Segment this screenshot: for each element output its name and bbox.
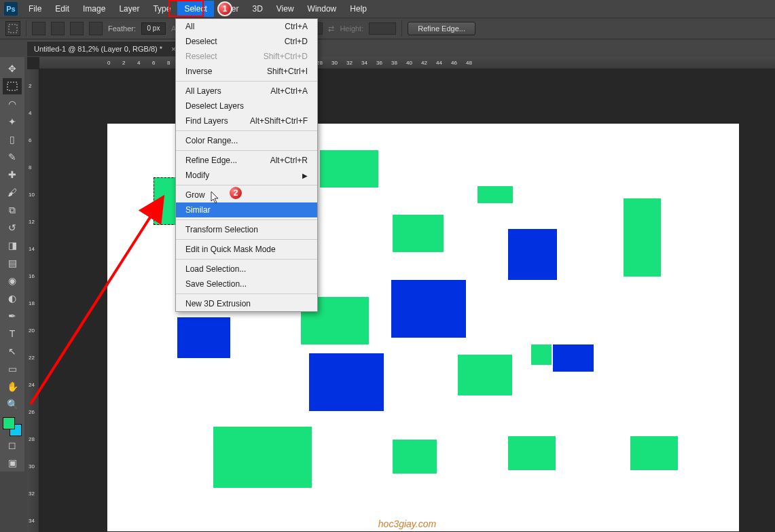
svg-rect-1: [7, 82, 17, 90]
green-rect: [508, 436, 556, 470]
menuitem-grow[interactable]: Grow: [176, 188, 317, 202]
menuitem-color-range-[interactable]: Color Range...: [176, 133, 317, 148]
screenmode-icon[interactable]: ▣: [3, 455, 22, 471]
healing-tool-icon[interactable]: ✚: [3, 166, 22, 183]
lasso-tool-icon[interactable]: ◠: [3, 96, 22, 112]
crop-tool-icon[interactable]: ▯: [3, 131, 22, 147]
blue-rect: [177, 317, 230, 358]
app-logo: Ps: [4, 2, 18, 16]
green-rect: [320, 150, 378, 188]
pen-tool-icon[interactable]: ✒: [3, 308, 22, 324]
blue-rect: [508, 229, 557, 280]
document-tab-title: Untitled-1 @ 81,2% (Layer 0, RGB/8) *: [34, 45, 162, 53]
blue-rect: [391, 280, 466, 338]
intersect-selection-icon[interactable]: [89, 22, 103, 35]
foreground-swatch[interactable]: [3, 417, 15, 429]
document-tab[interactable]: Untitled-1 @ 81,2% (Layer 0, RGB/8) * ×: [27, 41, 185, 56]
color-swatches[interactable]: [3, 417, 22, 436]
tool-palette: ✥ ◠ ✦ ▯ ✎ ✚ 🖌 ⧉ ↺ ◨ ▤ ◉ ◐ ✒ T ↖ ▭ ✋ 🔍 ◻ …: [0, 57, 24, 472]
menu-view[interactable]: View: [270, 1, 301, 17]
menuitem-edit-in-quick-mask-mode[interactable]: Edit in Quick Mask Mode: [176, 242, 317, 257]
feather-label: Feather:: [108, 24, 136, 33]
menu-3d[interactable]: 3D: [245, 1, 269, 17]
type-tool-icon[interactable]: T: [3, 325, 22, 342]
shape-tool-icon[interactable]: ▭: [3, 361, 22, 377]
options-bar: Feather: 0 px Anti-alias Style: Normal ▾…: [0, 18, 775, 39]
gradient-tool-icon[interactable]: ▤: [3, 255, 22, 271]
menu-edit[interactable]: Edit: [48, 1, 76, 17]
menuitem-find-layers[interactable]: Find LayersAlt+Shift+Ctrl+F: [176, 113, 317, 128]
subtract-selection-icon[interactable]: [70, 22, 84, 35]
green-rect: [477, 186, 513, 203]
svg-rect-0: [9, 24, 17, 33]
menu-select[interactable]: Select: [177, 1, 213, 17]
annotation-badge-2: 2: [228, 185, 243, 200]
blur-tool-icon[interactable]: ◉: [3, 272, 22, 289]
vertical-ruler: 246810121416182022242628303234: [27, 69, 39, 532]
hand-tool-icon[interactable]: ✋: [3, 378, 22, 395]
add-selection-icon[interactable]: [51, 22, 65, 35]
height-label: Height:: [340, 24, 363, 33]
green-rect: [630, 436, 678, 470]
new-selection-icon[interactable]: [32, 22, 46, 35]
dodge-tool-icon[interactable]: ◐: [3, 290, 22, 306]
workspace: 0246810121416182022242628303234363840424…: [27, 57, 775, 532]
height-input: [369, 22, 396, 35]
menuitem-transform-selection[interactable]: Transform Selection: [176, 222, 317, 237]
menu-layer[interactable]: Layer: [112, 1, 146, 17]
menu-type[interactable]: Type: [146, 1, 177, 17]
history-brush-icon[interactable]: ↺: [3, 219, 22, 236]
horizontal-ruler: 0246810121416182022242628303234363840424…: [39, 57, 775, 69]
select-menu-dropdown: AllCtrl+ADeselectCtrl+DReselectShift+Ctr…: [175, 18, 318, 312]
watermark-text: hoc3giay.com: [378, 518, 436, 529]
eyedropper-tool-icon[interactable]: ✎: [3, 149, 22, 165]
menuitem-save-selection-[interactable]: Save Selection...: [176, 277, 317, 291]
path-tool-icon[interactable]: ↖: [3, 343, 22, 359]
menu-image[interactable]: Image: [76, 1, 112, 17]
blue-rect: [309, 353, 384, 411]
annotation-badge-1: 1: [217, 1, 232, 16]
refine-edge-button[interactable]: Refine Edge...: [408, 22, 475, 35]
menuitem-reselect: ReselectShift+Ctrl+D: [176, 49, 317, 64]
green-rect: [531, 344, 552, 365]
menuitem-all-layers[interactable]: All LayersAlt+Ctrl+A: [176, 84, 317, 99]
feather-input[interactable]: 0 px: [141, 22, 166, 35]
eraser-tool-icon[interactable]: ◨: [3, 237, 22, 253]
menu-window[interactable]: Window: [301, 1, 344, 17]
zoom-tool-icon[interactable]: 🔍: [3, 396, 22, 412]
blue-rect: [553, 344, 594, 372]
green-rect: [458, 355, 512, 395]
move-tool-icon[interactable]: ✥: [3, 60, 22, 77]
menuitem-deselect[interactable]: DeselectCtrl+D: [176, 34, 317, 49]
menuitem-new-3d-extrusion[interactable]: New 3D Extrusion: [176, 296, 317, 311]
menuitem-inverse[interactable]: InverseShift+Ctrl+I: [176, 64, 317, 79]
menuitem-deselect-layers[interactable]: Deselect Layers: [176, 99, 317, 113]
green-rect: [213, 427, 312, 488]
menu-file[interactable]: File: [22, 1, 48, 17]
green-rect: [624, 198, 661, 277]
menuitem-load-selection-[interactable]: Load Selection...: [176, 262, 317, 277]
green-rect: [393, 215, 444, 252]
menuitem-modify[interactable]: Modify▶: [176, 168, 317, 183]
menuitem-similar[interactable]: Similar: [176, 202, 317, 217]
tool-preset-icon[interactable]: [5, 21, 20, 36]
quickmask-icon[interactable]: ◻: [3, 437, 22, 453]
wand-tool-icon[interactable]: ✦: [3, 113, 22, 130]
stamp-tool-icon[interactable]: ⧉: [3, 202, 22, 218]
document-tabs: Untitled-1 @ 81,2% (Layer 0, RGB/8) * ×: [27, 39, 185, 57]
menu-help[interactable]: Help: [343, 1, 374, 17]
brush-tool-icon[interactable]: 🖌: [3, 184, 22, 200]
menuitem-refine-edge-[interactable]: Refine Edge...Alt+Ctrl+R: [176, 153, 317, 168]
green-rect: [393, 440, 437, 474]
marquee-tool-icon[interactable]: [3, 78, 22, 94]
menuitem-all[interactable]: AllCtrl+A: [176, 19, 317, 34]
canvas-stage[interactable]: hoc3giay.com: [39, 69, 775, 532]
main-menubar: Ps File Edit Image Layer Type Select Fil…: [0, 0, 775, 18]
